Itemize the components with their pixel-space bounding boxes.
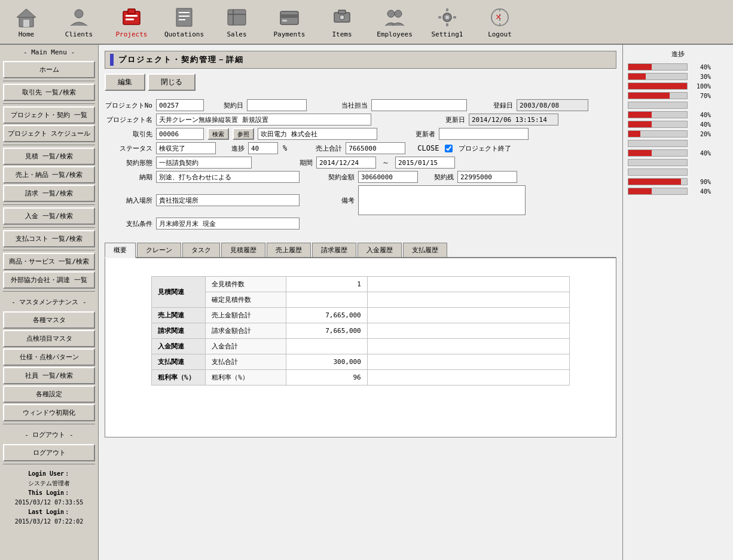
progress-bar-bg [628,140,688,147]
nav-quotations[interactable]: Quotations [158,2,210,41]
contract-amount-input[interactable] [358,171,418,183]
setting-icon [435,5,459,29]
sidebar-btn-payment-in[interactable]: 入金 一覧/検索 [3,207,95,225]
sidebar-btn-project-schedule[interactable]: プロジェクト スケジュール [3,125,95,142]
period-label: 期間 [295,158,313,167]
svg-point-24 [445,16,449,19]
svg-text:✕: ✕ [496,11,502,22]
project-no-input[interactable] [156,99,204,111]
tab-sales-history[interactable]: 売上履歴 [267,243,311,257]
sidebar-btn-payment-out[interactable]: 支払コスト 一覧/検索 [3,230,95,247]
progress-pct-label: 30% [690,74,711,80]
delivery-location-input[interactable] [156,194,300,206]
client-name-input[interactable] [258,128,377,140]
nav-projects[interactable]: Projects [105,2,158,41]
nav-home[interactable]: Home [0,2,53,41]
svg-rect-12 [228,10,246,25]
tab-invoice-history[interactable]: 請求履歴 [312,243,356,257]
contract-type-input[interactable] [156,157,252,169]
notes-input[interactable] [358,185,526,215]
sidebar-btn-sales[interactable]: 売上・納品 一覧/検索 [3,166,95,183]
sidebar-btn-master-pattern[interactable]: 仕様・点検パターン [3,348,95,366]
clients-icon [67,5,91,29]
tab-payment-out-history[interactable]: 支払履歴 [403,243,447,257]
nav-clients[interactable]: Clients [53,2,105,41]
progress-row: 40% [628,188,728,195]
sidebar-btn-staff[interactable]: 社員 一覧/検索 [3,367,95,384]
tabs-header: 概要 クレーン タスク 見積履歴 売上履歴 請求履歴 入金履歴 支払履歴 [105,243,616,258]
sidebar: - Main Menu - ホーム 取引先 一覧/検索 プロジェクト・契約 一覧… [0,45,99,560]
progress-pct-label: 90% [690,179,711,185]
progress-row: 30% [628,73,728,80]
form-row-2: プロジェクト名 更新日 [105,114,616,126]
sales-total-label: 売上合計 [306,144,342,153]
progress-row: 90% [628,178,728,185]
sidebar-btn-settings[interactable]: 各種設定 [3,385,95,403]
this-login-time: 2015/03/12 07:33:55 [2,498,96,507]
nav-setting1[interactable]: Setting1 [421,2,474,41]
sidebar-btn-master-inspection[interactable]: 点検項目マスタ [3,330,95,347]
tab-estimate-history[interactable]: 見積履歴 [221,243,265,257]
nav-items[interactable]: Items [316,2,368,41]
nav-payments[interactable]: Payments [263,2,316,41]
sidebar-btn-master-general[interactable]: 各種マスタ [3,311,95,329]
sales-section-label: 売上関連 [152,308,206,323]
project-form: プロジェクトNo 契約日 当社担当 登録日 プロジェクト名 更新日 [105,97,616,237]
sidebar-btn-logout[interactable]: ログアウト [3,444,95,461]
client-ref-btn[interactable]: 参照 [233,128,254,140]
sidebar-btn-invoice[interactable]: 請求 一覧/検索 [3,185,95,202]
sidebar-btn-home[interactable]: ホーム [3,61,95,78]
close-checkbox[interactable] [445,145,453,152]
nav-home-label: Home [19,30,35,38]
person-in-charge-input[interactable] [371,99,467,111]
sidebar-btn-clients[interactable]: 取引先 一覧/検索 [3,84,95,101]
client-code-input[interactable] [156,128,204,140]
nav-employees[interactable]: Employees [368,2,421,41]
progress-input[interactable] [248,142,278,154]
estimate-count: 1 [286,277,367,292]
tab-summary[interactable]: 概要 [105,243,136,258]
nav-sales[interactable]: Sales [210,2,263,41]
period-from-input[interactable] [316,157,376,169]
tab-payment-history[interactable]: 入金履歴 [358,243,402,257]
sales-total-input[interactable] [346,142,405,154]
tab-task[interactable]: タスク [182,243,220,257]
progress-bar-bg [628,92,688,99]
edit-button[interactable]: 編集 [105,74,145,91]
nav-logout-label: Logout [488,30,512,38]
progress-bar-fill [628,188,652,194]
main-menu-label: - Main Menu - [0,45,98,60]
sidebar-btn-products[interactable]: 商品・サービス 一覧/検索 [3,253,95,270]
contract-balance-input[interactable] [457,171,517,183]
logout-icon: ✕ [488,5,512,29]
progress-bar-fill [628,74,646,79]
payment-terms-input[interactable] [156,218,300,229]
sidebar-btn-project-list[interactable]: プロジェクト・契約 一覧 [3,106,95,124]
sidebar-btn-estimate[interactable]: 見積 一覧/検索 [3,148,95,165]
payment-section-label: 入金関連 [152,339,206,354]
project-name-input[interactable] [156,114,371,126]
tab-crane[interactable]: クレーン [137,243,181,257]
progress-bar-bg [628,121,688,128]
sidebar-btn-window-init[interactable]: ウィンドウ初期化 [3,404,95,421]
client-search-btn[interactable]: 検索 [207,128,229,140]
summary-table: 見積関連 全見積件数 1 確定見積件数 売上関連 売上金額合計 7,665,00… [151,276,570,385]
close-button[interactable]: 閉じる [148,74,196,91]
progress-rows-container: 40%30%100%70%40%40%20%40%90%40% [628,63,728,195]
progress-bar-fill [628,131,640,137]
contract-date-input[interactable] [247,99,307,111]
status-input[interactable] [156,142,216,154]
client-label: 取引先 [105,130,152,139]
updated-by-input[interactable] [439,128,529,140]
form-row-8: 支払条件 [105,218,616,229]
progress-bar-bg [628,149,688,157]
progress-row: 40% [628,63,728,71]
nav-logout[interactable]: ✕ Logout [474,2,526,41]
sidebar-btn-partners[interactable]: 外部協力会社・調達 一覧 [3,271,95,289]
form-row-5: 契約形態 期間 ～ [105,157,616,169]
delivery-input[interactable] [156,171,300,183]
period-to-input[interactable] [395,157,455,169]
table-row: 粗利率（%） 粗利率（%） 96 [152,370,570,385]
login-user-label: Login User： [28,470,70,477]
master-menu-label: - マスタメンテナンス - [0,294,98,310]
